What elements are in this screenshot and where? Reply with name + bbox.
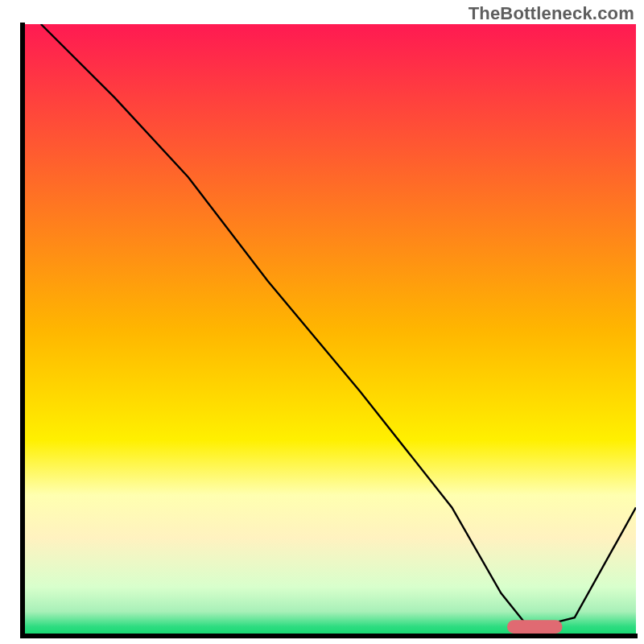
optimal-range-marker bbox=[507, 620, 563, 634]
bottleneck-chart bbox=[0, 0, 644, 644]
chart-root: TheBottleneck.com bbox=[0, 0, 644, 644]
plot-area bbox=[23, 24, 636, 636]
gradient-background bbox=[23, 24, 636, 636]
watermark-text: TheBottleneck.com bbox=[469, 3, 634, 24]
